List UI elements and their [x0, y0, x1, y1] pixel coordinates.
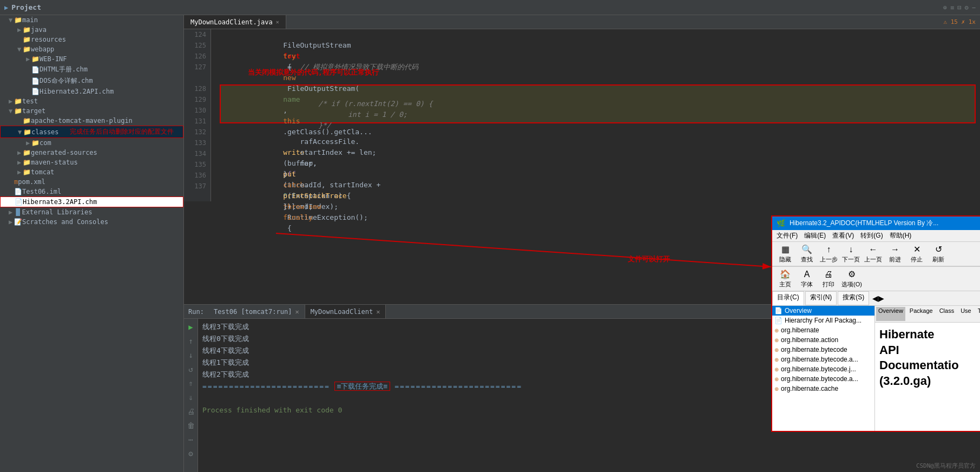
sidebar-item-com[interactable]: ▶ 📁 com	[0, 138, 183, 148]
hw-tool-find[interactable]: 🔍 查找	[798, 244, 815, 264]
sidebar-item-test06[interactable]: ▶ 📄 Test06.iml	[0, 187, 183, 196]
hw-nav-use[interactable]: Use	[958, 307, 974, 321]
sidebar-item-apache-tomcat[interactable]: ▶ 📁 apache-tomcat-maven-plugin	[0, 116, 183, 126]
tab-close-icon[interactable]: ✕	[276, 19, 279, 25]
sidebar-item-webinf[interactable]: ▶ 📁 WEB-INF	[0, 54, 183, 64]
sidebar-item-test[interactable]: ▶ 📁 test	[0, 96, 183, 106]
split-icon[interactable]: ⊟	[957, 4, 961, 11]
hw-nav-left[interactable]: ◀	[872, 291, 878, 305]
arrow-icon: ▼	[9, 107, 14, 115]
hw-tree-overview[interactable]: 📄 Overview	[772, 306, 874, 316]
run-play-btn[interactable]: ▶	[185, 321, 197, 333]
sidebar-item-tomcat[interactable]: ▶ 📁 tomcat	[0, 167, 183, 177]
hw-tree-hierarchy[interactable]: 📄 Hierarchy For All Packag...	[772, 316, 874, 325]
hw-tree-org-hibernate-bytecode-a2[interactable]: ⊕ org.hibernate.bytecode.a...	[772, 374, 874, 384]
sidebar-item-scratches[interactable]: ▶ 📝 Scratches and Consoles	[0, 217, 183, 227]
sidebar-item-dos[interactable]: ▶ 📄 DOS命令详解.chm	[0, 75, 183, 87]
tab-close-icon[interactable]: ✕	[295, 308, 299, 316]
hw-nav-overview[interactable]: Overview	[876, 307, 905, 321]
sidebar-label: DHTML手册.chm	[40, 65, 88, 74]
run-more-btn[interactable]: ⋯	[185, 434, 197, 445]
hw-menu-help[interactable]: 帮助(H)	[890, 231, 912, 240]
ln-131: 131	[184, 116, 206, 127]
run-up-btn[interactable]: ↑	[185, 335, 197, 347]
refresh-icon: ↺	[935, 244, 942, 254]
code-line-134: } catch (Exception e) {	[215, 158, 980, 169]
add-icon[interactable]: ⊕	[943, 4, 947, 11]
sidebar-item-dhtml[interactable]: ▶ 📄 DHTML手册.chm	[0, 64, 183, 75]
minimize-icon[interactable]: −	[972, 4, 976, 11]
hw-tool-home[interactable]: 🏠 主页	[777, 269, 794, 289]
list-icon[interactable]: ≡	[950, 4, 954, 11]
sidebar-label: Hibernate3.2API.chm	[40, 88, 114, 95]
sidebar-label: tomcat	[31, 168, 54, 176]
hw-api-title: HibernateAPIDocumentatio(3.2.0.ga)	[879, 327, 980, 389]
hw-tab-search[interactable]: 搜索(S)	[838, 291, 869, 305]
tab-close-icon[interactable]: ✕	[376, 308, 380, 316]
pkg-icon: ⊕	[774, 366, 779, 372]
tab-mydownloadclient[interactable]: MyDownLoadClient.java ✕	[184, 15, 286, 29]
run-settings-btn[interactable]: ⚙	[185, 448, 197, 460]
hw-nav-right[interactable]: ▶	[878, 291, 884, 305]
run-up2-btn[interactable]: ⇑	[185, 377, 197, 389]
hw-tool-options[interactable]: ⚙ 选项(O)	[841, 269, 862, 289]
sidebar-label: apache-tomcat-maven-plugin	[31, 117, 133, 124]
sidebar-item-generated[interactable]: ▶ 📁 generated-sources	[0, 148, 183, 158]
hw-tree-org-hibernate-bytecode-j[interactable]: ⊕ org.hibernate.bytecode.j...	[772, 364, 874, 374]
tab-mydownloadclient-run[interactable]: MyDownLoadClient ✕	[305, 305, 386, 318]
hw-tree-org-hibernate-cache[interactable]: ⊕ org.hibernate.cache	[772, 384, 874, 394]
run-rerun-btn[interactable]: ↺	[185, 363, 197, 375]
hw-nav-tree[interactable]: Tree	[976, 307, 980, 321]
tab-test06-tomcat[interactable]: Test06 [tomcat7:run] ✕	[208, 305, 305, 318]
hw-menu-goto[interactable]: 转到(G)	[860, 231, 883, 240]
code-span: {	[283, 224, 292, 232]
hw-tab-index[interactable]: 索引(N)	[805, 291, 837, 305]
hw-menu-file[interactable]: 文件(F)	[777, 231, 798, 240]
hw-tool-prev-step[interactable]: ↑ 上一步	[820, 245, 838, 264]
hw-tab-toc[interactable]: 目录(C)	[772, 291, 804, 305]
hw-toolbar-row2: 🏠 主页 A 字体 🖨 打印 ⚙ 选项(O)	[772, 266, 980, 291]
gear-icon[interactable]: ⚙	[965, 4, 969, 11]
code-span: startIndex += len;	[283, 148, 376, 156]
hw-nav-class[interactable]: Class	[937, 307, 957, 321]
sidebar-item-pom[interactable]: ▶ m pom.xml	[0, 177, 183, 187]
run-down2-btn[interactable]: ⇓	[185, 391, 197, 403]
top-bar-icons: ⊕ ≡ ⊟ ⚙ −	[943, 4, 976, 11]
hw-tool-forward[interactable]: → 前进	[886, 245, 904, 264]
hw-menu-edit[interactable]: 编辑(E)	[804, 231, 826, 240]
sidebar-item-external-libraries[interactable]: ▶ ▐▌ External Libraries	[0, 207, 183, 217]
hw-tool-prev-page[interactable]: ← 上一页	[864, 245, 882, 264]
top-bar-title: Project	[11, 3, 41, 11]
sidebar-item-hibernate32api[interactable]: ▶ 📄 Hibernate3.2API.chm	[0, 196, 183, 207]
sidebar-item-target[interactable]: ▼ 📁 target	[0, 106, 183, 116]
sidebar-item-maven-status[interactable]: ▶ 📁 maven-status	[0, 158, 183, 167]
hw-tool-refresh[interactable]: ↺ 刷新	[930, 244, 947, 264]
run-down-btn[interactable]: ↓	[185, 349, 197, 361]
hw-tree-org-hibernate[interactable]: ⊕ org.hibernate	[772, 325, 874, 335]
hw-tool-font[interactable]: A 字体	[798, 270, 815, 289]
sidebar-item-resources[interactable]: ▶ 📁 resources	[0, 35, 183, 44]
hw-tool-hide[interactable]: ▦ 隐藏	[777, 244, 794, 264]
tab-label: MyDownLoadClient	[311, 308, 373, 316]
run-clear-btn[interactable]: 🗑	[185, 419, 197, 431]
hw-nav-package[interactable]: Package	[907, 307, 935, 321]
sidebar-item-classes[interactable]: ▼ 📁 classes 完成任务后自动删除对应的配置文件	[0, 126, 183, 138]
hw-tool-next-page[interactable]: ↓ 下一页	[842, 245, 860, 264]
sidebar-item-hibernate32api-webapp[interactable]: ▶ 📄 Hibernate3.2API.chm	[0, 87, 183, 96]
ln-125: 125	[184, 40, 206, 51]
hw-tool-stop[interactable]: ✕ 停止	[908, 244, 925, 264]
hw-tool-label: 上一页	[864, 255, 882, 264]
hw-menu-view[interactable]: 查看(V)	[832, 231, 854, 240]
pkg-icon: ⊕	[774, 337, 779, 343]
hw-tree-org-hibernate-action[interactable]: ⊕ org.hibernate.action	[772, 335, 874, 345]
sidebar-item-webapp[interactable]: ▼ 📁 webapp	[0, 44, 183, 54]
run-print-btn[interactable]: 🖨	[185, 405, 197, 417]
code-comment: }*/	[301, 121, 331, 129]
hw-tree-label: org.hibernate.bytecode.a...	[781, 375, 858, 383]
folder-icon-webapp: 📁	[23, 45, 31, 53]
hw-tool-print[interactable]: 🖨 打印	[820, 270, 837, 289]
hw-tree-org-hibernate-bytecode-a1[interactable]: ⊕ org.hibernate.bytecode.a...	[772, 355, 874, 364]
sidebar-item-java[interactable]: ▶ 📁 java	[0, 25, 183, 35]
hw-tree-org-hibernate-bytecode[interactable]: ⊕ org.hibernate.bytecode	[772, 345, 874, 355]
sidebar-item-main[interactable]: ▼ 📁 main	[0, 15, 183, 25]
